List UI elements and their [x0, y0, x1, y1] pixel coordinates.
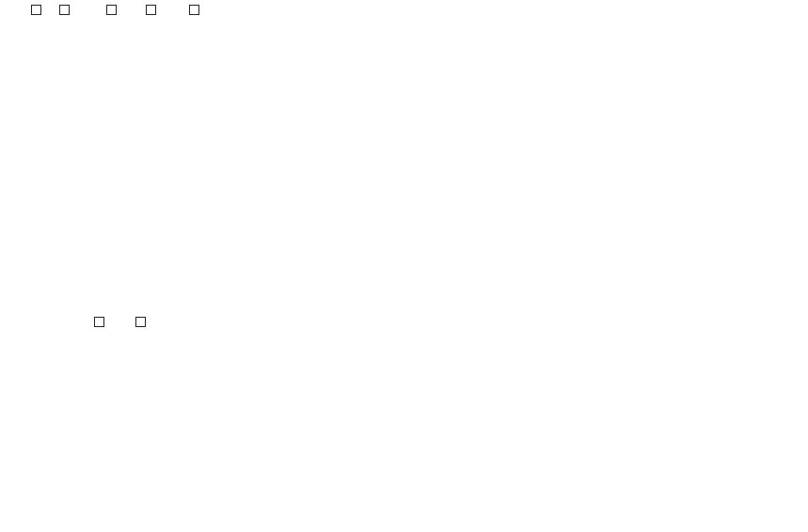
legend-item-sma60 [106, 5, 121, 15]
legend-item-eps2 [135, 317, 151, 327]
legend-item-sma200 [146, 5, 161, 15]
legend-item-volume [59, 5, 74, 15]
eps-legend [24, 313, 808, 331]
sma200-swatch-icon [146, 5, 156, 15]
eps-swatch-icon [94, 317, 104, 327]
chart-canvas [0, 0, 808, 532]
legend-item-ohlc [31, 5, 46, 15]
price-legend [24, 0, 795, 19]
legend-item-consensus [189, 5, 204, 15]
stock-chart-page [0, 0, 808, 532]
eps2-swatch-icon [135, 317, 146, 327]
sma60-swatch-icon [106, 5, 117, 15]
ohlc-swatch-icon [31, 5, 41, 15]
volume-swatch-icon [59, 5, 70, 15]
legend-item-eps [94, 317, 109, 327]
consensus-swatch-icon [189, 5, 199, 15]
